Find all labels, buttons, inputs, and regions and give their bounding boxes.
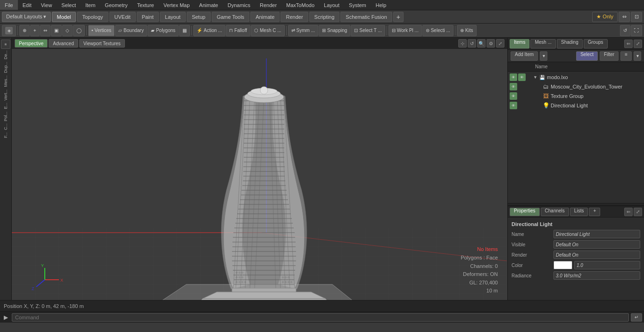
vp-refresh-icon[interactable]: ↺ <box>468 39 476 48</box>
tree-eye-dir-light[interactable]: 👁 <box>510 102 517 109</box>
menu-vertex-map[interactable]: Vertex Map <box>159 0 195 10</box>
menu-help[interactable]: Help <box>371 0 391 10</box>
tab-model[interactable]: Model <box>52 12 76 22</box>
tab-shading[interactable]: Shading <box>557 39 583 49</box>
sidebar-label-de[interactable]: De... <box>3 49 8 60</box>
fullscreen-button[interactable]: ⊡ <box>631 12 642 22</box>
action-button[interactable]: ⚡ Action ... <box>193 25 225 36</box>
tab-render[interactable]: Render <box>281 12 308 22</box>
tab-groups[interactable]: Groups <box>584 39 608 49</box>
snapping-button[interactable]: ⊞ Snapping <box>319 25 350 36</box>
tree-item-moscow-tower[interactable]: 👁 🗂 Moscow_City_Evolution_Tower <box>508 82 644 91</box>
tree-render-eye-modo-lxo[interactable]: 👁 <box>518 73 526 81</box>
prop-expand-icon[interactable]: ⤢ <box>634 208 642 216</box>
list-options-button[interactable]: ≡ <box>620 51 632 61</box>
fullscreen-view-button[interactable]: ⛶ <box>631 25 642 36</box>
prop-tab-add[interactable]: + <box>589 208 600 216</box>
dir-light-radiance-value[interactable]: 3.0 W/sr/m2 <box>553 271 640 280</box>
sidebar-label-c[interactable]: C... <box>3 122 8 131</box>
menu-file[interactable]: File <box>0 0 18 10</box>
dir-light-value-visible[interactable]: Default On <box>553 240 640 249</box>
sidebar-label-edit[interactable]: E... <box>3 102 8 110</box>
sidebar-label-f[interactable]: F... <box>3 131 8 139</box>
canvas-area[interactable]: X Y Z No Items Polygons : Face Channels:… <box>12 49 507 300</box>
items-tree[interactable]: 👁 👁 ▼ 💾 modo.lxo 👁 🗂 Moscow_City_Evoluti… <box>508 72 644 203</box>
menu-layout[interactable]: Layout <box>319 0 344 10</box>
mesh-button[interactable]: ⬡ Mesh C ... <box>251 25 285 36</box>
dir-light-color-swatch[interactable] <box>553 261 572 269</box>
sidebar-handle[interactable]: ≡ <box>1 40 10 49</box>
menu-maxtomodo[interactable]: MaxToModo <box>281 0 319 10</box>
command-input[interactable] <box>12 313 629 322</box>
menu-system[interactable]: System <box>344 0 371 10</box>
tab-items[interactable]: Items <box>510 39 529 49</box>
tab-setup[interactable]: Setup <box>187 12 211 22</box>
dir-light-value-render[interactable]: Default On <box>553 251 640 259</box>
rect-tool[interactable]: ▣ <box>51 25 62 36</box>
vp-tab-advanced[interactable]: Advanced <box>49 39 78 48</box>
work-pl-button[interactable]: ⊟ Work Pl ... <box>388 25 422 36</box>
globe-tool[interactable]: ⊕ <box>19 25 30 36</box>
viewport[interactable]: Perspective Advanced Viewport Textures ⊹… <box>12 38 507 300</box>
vp-camera-icon[interactable]: ⊹ <box>458 39 467 48</box>
prop-tab-properties[interactable]: Properties <box>510 208 540 216</box>
sidebar-label-vert[interactable]: Vert... <box>3 89 8 102</box>
symm-button[interactable]: ⇌ Symm ... <box>288 25 318 36</box>
add-tab-button[interactable]: + <box>393 12 404 22</box>
star-only-button[interactable]: ★ Only <box>592 12 618 22</box>
tab-layout[interactable]: Layout <box>160 12 186 22</box>
tree-item-modo-lxo[interactable]: 👁 👁 ▼ 💾 modo.lxo <box>508 73 644 82</box>
tab-animate[interactable]: Animate <box>250 12 280 22</box>
select-t-button[interactable]: ⊡ Select T ... <box>351 25 385 36</box>
menu-texture[interactable]: Texture <box>132 0 159 10</box>
add-item-dropdown[interactable]: ▾ <box>540 51 547 61</box>
menu-select[interactable]: Select <box>57 0 81 10</box>
selecti-button[interactable]: ⊜ Selecti ... <box>422 25 454 36</box>
falloff-button[interactable]: ⊓ Falloff <box>226 25 250 36</box>
prop-tab-channels[interactable]: Channels <box>541 208 569 216</box>
tab-schematic-fusion[interactable]: Schematic Fusion <box>340 12 392 22</box>
items-tab-collapse-icon[interactable]: ⇐ <box>624 40 633 48</box>
element-tool[interactable]: ◇ <box>62 25 73 36</box>
vp-expand-icon[interactable]: ⤢ <box>496 39 504 48</box>
tab-topology[interactable]: Topology <box>77 12 108 22</box>
tree-item-texture-group[interactable]: 👁 🖼 Texture Group <box>508 91 644 101</box>
menu-edit[interactable]: Edit <box>18 0 36 10</box>
vertices-button[interactable]: • Vertices <box>88 25 115 36</box>
prop-collapse-icon[interactable]: ⇐ <box>624 208 633 216</box>
vp-tab-textures[interactable]: Viewport Textures <box>79 39 125 48</box>
tree-arrow-modo-lxo[interactable]: ▼ <box>533 75 539 80</box>
tab-game-tools[interactable]: Game Tools <box>212 12 250 22</box>
vp-tab-perspective[interactable]: Perspective <box>15 39 48 48</box>
items-tab-expand-icon[interactable]: ⤢ <box>634 40 642 48</box>
ellipse-tool[interactable]: ◯ <box>73 25 85 36</box>
sidebar-label-mesh[interactable]: Mes... <box>3 74 8 88</box>
menu-geometry[interactable]: Geometry <box>100 0 132 10</box>
vp-settings-icon[interactable]: ⚙ <box>487 39 495 48</box>
menu-view[interactable]: View <box>36 0 57 10</box>
sidebar-label-poly[interactable]: Pol... <box>3 111 8 122</box>
polygons-button[interactable]: ▰ Polygons <box>148 25 179 36</box>
boundary-button[interactable]: ▱ Boundary <box>115 25 147 36</box>
tab-scripting[interactable]: Scripting <box>309 12 340 22</box>
vp-zoom-icon[interactable]: 🔍 <box>477 39 486 48</box>
tab-uvedit[interactable]: UVEdit <box>109 12 136 22</box>
tree-item-dir-light[interactable]: 👁 💡 Directional Light <box>508 101 644 110</box>
sidebar-label-dup[interactable]: Dup... <box>3 61 8 74</box>
menu-animate[interactable]: Animate <box>194 0 223 10</box>
transform-tool[interactable]: ⇔ <box>40 25 50 36</box>
dir-light-value-name[interactable]: Directional Light <box>553 230 640 238</box>
tab-paint[interactable]: Paint <box>137 12 159 22</box>
expand-button[interactable]: ⇔ <box>619 12 630 22</box>
list-arrow-button[interactable]: ▾ <box>634 51 641 61</box>
rotate-view-button[interactable]: ↺ <box>620 25 630 36</box>
add-item-button[interactable]: Add Item <box>511 51 538 61</box>
kits-button[interactable]: ⊕ Kits <box>457 25 477 36</box>
poly2-button[interactable]: ▦ <box>179 25 190 36</box>
command-enter-button[interactable]: ↵ <box>631 313 642 322</box>
menu-dynamics[interactable]: Dynamics <box>223 0 255 10</box>
lasso-tool[interactable]: ⌖ <box>30 25 40 36</box>
layout-dropdown[interactable]: Default Layouts ▾ <box>2 12 51 22</box>
tree-eye-texture[interactable]: 👁 <box>510 92 517 100</box>
tree-eye-moscow[interactable]: 👁 <box>510 83 517 90</box>
